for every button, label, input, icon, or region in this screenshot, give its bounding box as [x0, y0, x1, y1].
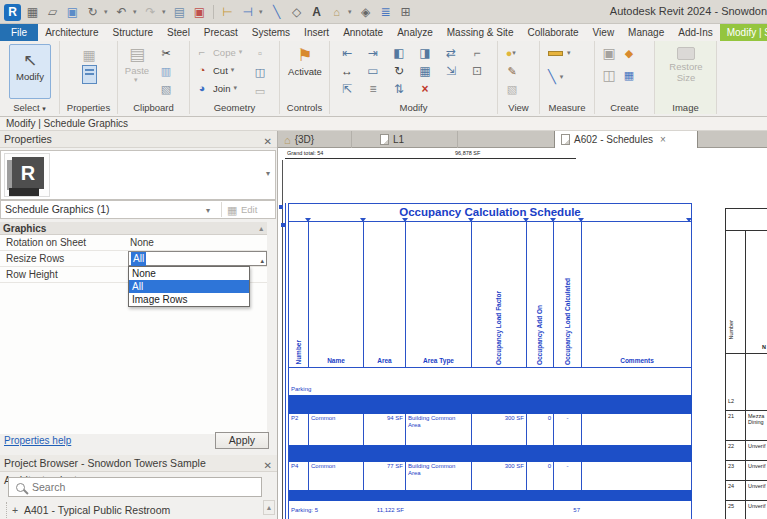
open-icon[interactable]: ▱: [44, 4, 61, 21]
cut-icon[interactable]: ✂: [158, 45, 174, 61]
tab-analyze[interactable]: Analyze: [390, 24, 440, 41]
modify-button[interactable]: ↖ Modify: [9, 44, 51, 99]
save-icon[interactable]: ▣: [64, 4, 81, 21]
tab-systems[interactable]: Systems: [245, 24, 297, 41]
wall-joins-icon[interactable]: ▫: [252, 45, 268, 61]
tree-item-label[interactable]: A401 - Typical Public Restroom: [24, 502, 170, 518]
create-similar-icon[interactable]: ◫: [601, 67, 617, 83]
properties-help-link[interactable]: Properties help: [4, 435, 71, 446]
trim-icon[interactable]: ⇥: [368, 46, 378, 60]
dropdown-option-image-rows[interactable]: Image Rows: [129, 293, 249, 306]
properties-close-icon[interactable]: ✕: [264, 133, 272, 150]
thin-lines-icon[interactable]: ≣: [377, 4, 394, 21]
view-tab-a602[interactable]: A602 - Schedules ×: [554, 131, 698, 148]
mirror-pick-icon[interactable]: ◧: [393, 46, 404, 60]
tab-insert[interactable]: Insert: [297, 24, 336, 41]
tile-views-icon[interactable]: ⊞: [397, 4, 414, 21]
pin-icon[interactable]: ⊡: [472, 64, 482, 78]
copy-element-icon[interactable]: ▭: [367, 64, 378, 78]
tab-add-ins[interactable]: Add-Ins: [671, 24, 719, 41]
display-box-icon[interactable]: ▧: [504, 81, 520, 97]
mirror-axis-icon[interactable]: ◨: [419, 46, 430, 60]
rotate-icon[interactable]: ↻: [394, 64, 404, 78]
panel-select-label[interactable]: Select ▾: [0, 102, 59, 113]
redo-icon[interactable]: ↷: [142, 4, 159, 21]
panel-properties-label[interactable]: Properties: [60, 102, 117, 113]
tab-file[interactable]: File: [0, 24, 38, 41]
aligned-dimension-icon[interactable]: ⊣: [239, 4, 256, 21]
model-line-icon[interactable]: ╲: [268, 4, 285, 21]
close-hidden-views-icon[interactable]: ▣: [191, 4, 208, 21]
create-parts-icon[interactable]: ▣: [601, 45, 617, 61]
swap-icon[interactable]: ⇅: [394, 82, 404, 96]
close-view-icon[interactable]: ×: [660, 134, 666, 145]
properties-button[interactable]: ▦: [71, 47, 107, 84]
dimension-caret-icon[interactable]: ▾: [259, 8, 265, 16]
combo-arrow-icon[interactable]: ▴: [260, 253, 264, 268]
dropdown-option-all[interactable]: All: [129, 280, 249, 293]
search-input[interactable]: [32, 481, 232, 493]
property-row-rotation[interactable]: Rotation on Sheet None: [0, 235, 267, 251]
tag-icon[interactable]: ◇: [288, 4, 305, 21]
array-icon[interactable]: ▦: [419, 64, 430, 78]
text-icon[interactable]: A: [308, 4, 325, 21]
offset-icon[interactable]: ⌐: [473, 46, 480, 60]
resize-rows-combobox[interactable]: All ▴: [128, 251, 267, 266]
move-icon[interactable]: ↔: [341, 64, 353, 78]
redo-caret-icon[interactable]: ▾: [162, 8, 168, 16]
tab-structure[interactable]: Structure: [105, 24, 160, 41]
dim-caret-icon[interactable]: ▾: [560, 73, 566, 81]
undo-caret-icon[interactable]: ▾: [133, 8, 139, 16]
tree-item-a401[interactable]: + A401 - Typical Public Restroom: [0, 502, 263, 518]
tab-modify-schedule[interactable]: Modify | Schedule: [720, 24, 767, 41]
tab-view[interactable]: View: [586, 24, 622, 41]
param-rotation-value[interactable]: None: [130, 235, 154, 250]
apply-button[interactable]: Apply: [215, 432, 269, 449]
create-group-icon[interactable]: ▦: [621, 67, 637, 83]
restore-size-button[interactable]: Restore Size: [666, 47, 706, 84]
tab-steel[interactable]: Steel: [160, 24, 197, 41]
type-selector[interactable]: R ▾: [0, 150, 276, 200]
project-browser-close-icon[interactable]: ✕: [264, 457, 272, 474]
split-icon[interactable]: ⇄: [446, 46, 456, 60]
type-selector-caret-icon[interactable]: ▾: [266, 169, 270, 178]
tab-manage[interactable]: Manage: [621, 24, 671, 41]
override-brush-icon[interactable]: ✎: [504, 63, 520, 79]
adjacent-schedule[interactable]: Number N L2 21 Mezza Dining 22 Unverif 2…: [725, 208, 767, 519]
tab-annotate[interactable]: Annotate: [336, 24, 390, 41]
match-icon[interactable]: ≡: [369, 82, 376, 96]
property-row-resize-rows[interactable]: Resize Rows All ▴: [0, 251, 267, 267]
section-icon[interactable]: ◈: [357, 4, 374, 21]
measure-icon[interactable]: ⊢: [219, 4, 236, 21]
sync-caret-icon[interactable]: ▾: [104, 8, 110, 16]
print-icon[interactable]: ▤: [171, 4, 188, 21]
undo-icon[interactable]: ↶: [113, 4, 130, 21]
tab-precast[interactable]: Precast: [197, 24, 245, 41]
default-3d-view-icon[interactable]: ⌂: [328, 4, 345, 21]
copy-icon[interactable]: ▥: [158, 63, 174, 79]
tab-collaborate[interactable]: Collaborate: [520, 24, 585, 41]
unjoin-icon[interactable]: ▭: [252, 83, 268, 99]
occupancy-schedule[interactable]: Occupancy Calculation Schedule Number Na…: [288, 203, 693, 519]
match-type-icon[interactable]: ▧: [158, 81, 174, 97]
drawing-canvas[interactable]: Grand total: 54 96,878 SF Occupancy Calc…: [278, 148, 767, 519]
visibility-lightbulb-icon[interactable]: ●▾: [504, 45, 520, 61]
tree-scroll-up-icon[interactable]: ▲: [263, 500, 275, 515]
selection-grip[interactable]: [279, 205, 283, 209]
view-tab-3d[interactable]: ⌂ {3D}: [278, 131, 352, 148]
measure-caret-icon[interactable]: ▾: [567, 49, 573, 57]
dropdown-option-none[interactable]: None: [129, 267, 249, 280]
revit-logo-icon[interactable]: R: [4, 4, 21, 21]
view-caret-icon[interactable]: ▾: [348, 8, 354, 16]
selection-grip[interactable]: [281, 223, 285, 227]
unpin-icon[interactable]: ⇱: [342, 82, 352, 96]
instance-caret-icon[interactable]: ▾: [206, 202, 210, 219]
paste-button[interactable]: ▤ Paste ▾: [121, 45, 153, 84]
delete-icon[interactable]: ×: [421, 82, 428, 96]
aligned-dim-icon[interactable]: ╲: [548, 69, 556, 84]
project-browser-search[interactable]: [8, 477, 262, 497]
create-assembly-icon[interactable]: ◆: [621, 45, 637, 61]
view-tab-l1[interactable]: L1: [374, 131, 458, 148]
align-icon[interactable]: ⇤: [342, 46, 352, 60]
instance-selector-value[interactable]: Schedule Graphics (1): [1, 203, 109, 215]
